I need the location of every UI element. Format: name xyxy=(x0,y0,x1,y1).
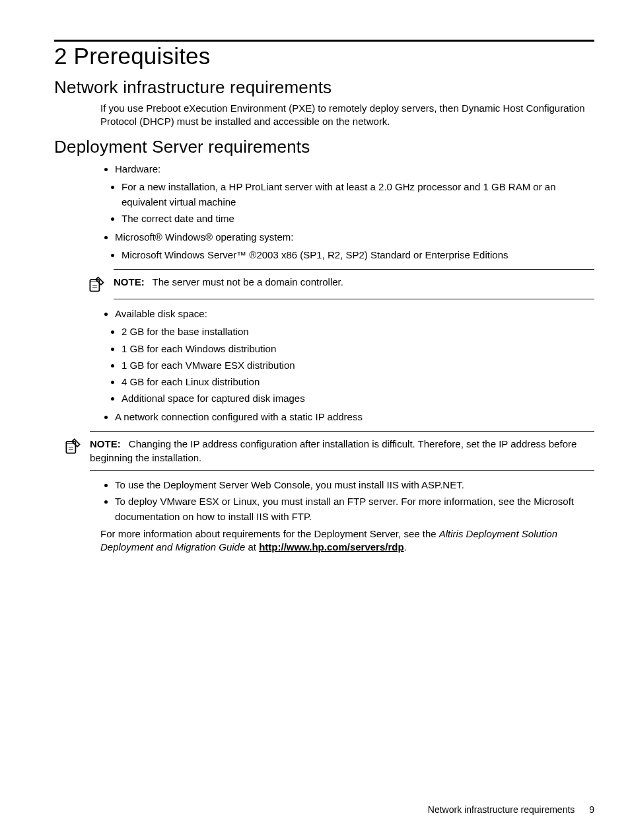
list-item: Microsoft Windows Server™ ®2003 x86 (SP1… xyxy=(122,247,594,262)
list-item: Microsoft® Windows® operating system: xyxy=(115,229,594,245)
list-item: 1 GB for each Windows distribution xyxy=(122,341,594,356)
document-page: 2 Prerequisites Network infrastructure r… xyxy=(0,0,630,840)
note-label: NOTE: xyxy=(114,276,145,287)
page-number: 9 xyxy=(589,804,594,815)
list-item: Additional space for captured disk image… xyxy=(122,391,594,406)
list-item: 1 GB for each VMware ESX distribution xyxy=(122,358,594,373)
footer-section-text: Network infrastructure requirements xyxy=(428,804,575,815)
deployment-body: Hardware: For a new installation, a HP P… xyxy=(100,161,594,263)
section-heading-deployment: Deployment Server requirements xyxy=(54,137,594,157)
list-item: The correct date and time xyxy=(122,211,594,226)
list-item: 2 GB for the base installation xyxy=(122,324,594,339)
page-footer: Network infrastructure requirements 9 xyxy=(428,804,594,815)
list-item: Available disk space: xyxy=(115,306,594,321)
rdp-link[interactable]: http://www.hp.com/servers/rdp xyxy=(259,541,403,553)
list-item: To use the Deployment Server Web Console… xyxy=(115,477,594,492)
note-box: NOTE: Changing the IP address configurat… xyxy=(90,431,594,471)
list-item: A network connection configured with a s… xyxy=(115,409,594,424)
closing-post: . xyxy=(404,541,407,553)
note-icon xyxy=(87,275,114,293)
section-heading-network: Network infrastructure requirements xyxy=(54,77,594,98)
deployment-body-3: To use the Deployment Server Web Console… xyxy=(100,477,594,554)
closing-mid: at xyxy=(245,541,259,553)
note-text: Changing the IP address configuration af… xyxy=(90,438,577,463)
network-body: If you use Preboot eXecution Environment… xyxy=(100,102,594,129)
note-text: The server must not be a domain controll… xyxy=(153,276,343,287)
list-item: To deploy VMware ESX or Linux, you must … xyxy=(115,494,594,525)
list-item: For a new installation, a HP ProLiant se… xyxy=(122,179,594,210)
note-box: NOTE: The server must not be a domain co… xyxy=(114,269,594,299)
closing-para: For more information about requirements … xyxy=(100,527,594,554)
chapter-title: 2 Prerequisites xyxy=(54,43,594,69)
top-rule xyxy=(54,40,594,42)
note-label: NOTE: xyxy=(90,438,121,449)
network-para: If you use Preboot eXecution Environment… xyxy=(100,102,594,129)
list-item: Hardware: xyxy=(115,161,594,176)
note-icon xyxy=(63,437,90,455)
closing-pre: For more information about requirements … xyxy=(100,528,439,539)
deployment-body-2: Available disk space: 2 GB for the base … xyxy=(100,306,594,424)
list-item: 4 GB for each Linux distribution xyxy=(122,374,594,389)
